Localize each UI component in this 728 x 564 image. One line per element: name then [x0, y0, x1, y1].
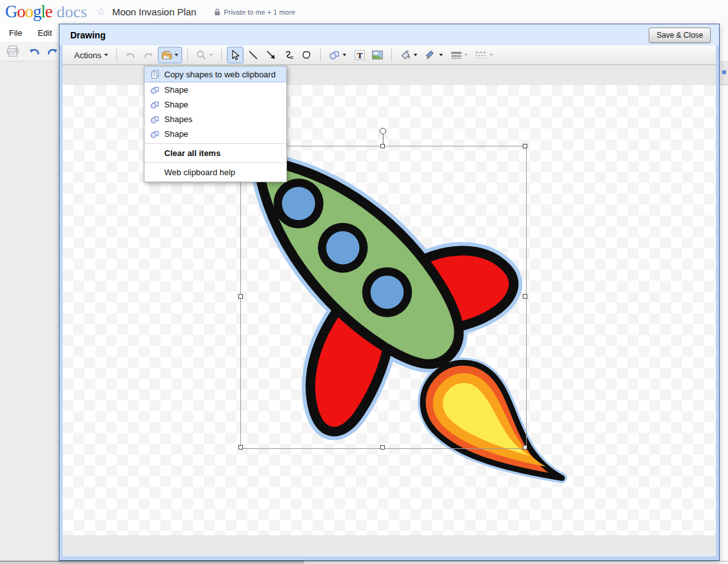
menu-separator	[144, 162, 286, 163]
menu-item-clear-all[interactable]: Clear all items	[144, 146, 286, 161]
menu-item-copy-shapes[interactable]: Copy shapes to web clipboard	[144, 67, 286, 82]
menu-item-label: Copy shapes to web clipboard	[164, 70, 275, 79]
logo-letter: o	[17, 2, 26, 22]
toolbar-separator	[320, 49, 321, 61]
chevron-down-icon	[439, 54, 443, 56]
drawing-toolbar: Actions	[63, 45, 716, 65]
copy-icon	[150, 70, 160, 79]
chevron-down-icon	[174, 54, 178, 56]
line-color-button[interactable]	[422, 47, 447, 63]
polyline-tool-button[interactable]	[298, 47, 315, 63]
document-header: Google docs ☆ Moon Invasion Plan Private…	[0, 0, 728, 24]
web-clipboard-button[interactable]	[158, 47, 182, 63]
shape-tool-button[interactable]	[326, 47, 350, 63]
menu-item-label: Shape	[164, 85, 189, 95]
menu-edit[interactable]: Edit	[38, 28, 52, 38]
redo-button	[140, 47, 157, 63]
curve-tool-button[interactable]	[281, 47, 297, 63]
chevron-down-icon	[343, 54, 346, 56]
chevron-down-icon	[464, 54, 468, 56]
shape-icon	[150, 130, 160, 139]
privacy-label[interactable]: Private to me + 1 more	[224, 8, 295, 16]
web-clipboard-icon	[162, 50, 172, 60]
google-logo: Google	[5, 2, 52, 22]
logo-letter: g	[33, 2, 42, 22]
page-background-left	[0, 61, 59, 561]
selection-handle-sw[interactable]	[238, 445, 243, 450]
chevron-down-icon	[414, 54, 417, 56]
menu-separator	[144, 143, 286, 144]
undo-button	[122, 47, 139, 63]
menu-item-shape-3[interactable]: Shape	[144, 127, 286, 141]
svg-text:T: T	[357, 51, 362, 60]
star-icon[interactable]: ☆	[96, 5, 105, 19]
line-width-button	[448, 47, 471, 63]
undo-icon[interactable]	[28, 46, 41, 56]
menu-file[interactable]: File	[9, 28, 22, 38]
print-icon[interactable]	[6, 45, 19, 57]
fill-color-button[interactable]	[397, 47, 421, 63]
line-tool-button[interactable]	[245, 47, 261, 63]
actions-menu-button[interactable]: Actions	[70, 47, 112, 63]
rotation-handle[interactable]	[380, 128, 386, 134]
menu-item-shapes[interactable]: Shapes	[144, 112, 286, 127]
selection-handle-ne[interactable]	[523, 144, 527, 148]
page-background-bottom-right	[304, 561, 728, 564]
curve-icon	[284, 50, 294, 60]
screen: { "page": { "logo": { "letters": [ {"ch"…	[0, 0, 728, 564]
page-background-bottom-left	[0, 561, 304, 564]
menu-item-help[interactable]: Web clipboard help	[144, 165, 286, 180]
selection-handle-n[interactable]	[380, 144, 385, 148]
chevron-down-icon	[104, 54, 108, 56]
toolbar-separator	[391, 49, 392, 61]
line-icon	[248, 50, 258, 60]
dialog-title: Drawing	[70, 30, 649, 40]
zoom-icon	[196, 50, 206, 60]
scroll-region[interactable]	[720, 61, 728, 85]
logo-letter: e	[45, 2, 52, 22]
selection-handle-se[interactable]	[523, 445, 527, 450]
shape-icon	[150, 86, 160, 95]
select-tool-button[interactable]	[227, 47, 244, 63]
fill-color-icon	[400, 50, 411, 60]
toolbar-separator	[116, 49, 117, 61]
logo-letter: G	[5, 2, 17, 22]
actions-label: Actions	[74, 51, 102, 60]
web-clipboard-menu: Copy shapes to web clipboard Shape Shape…	[144, 66, 287, 182]
line-width-icon	[451, 51, 461, 59]
page-background-right	[720, 0, 728, 564]
toolbar-separator	[221, 49, 222, 61]
chevron-down-icon	[209, 54, 213, 56]
menu-item-shape-1[interactable]: Shape	[144, 82, 286, 97]
line-color-icon	[426, 50, 437, 60]
shape-icon	[150, 115, 160, 124]
redo-icon[interactable]	[46, 46, 59, 56]
scroll-glyph-icon	[722, 70, 726, 74]
chevron-down-icon	[490, 54, 493, 56]
dialog-titlebar: Drawing Save & Close	[59, 24, 719, 45]
zoom-button	[193, 47, 216, 63]
selection-bounding-box[interactable]	[240, 146, 527, 449]
save-close-button[interactable]: Save & Close	[649, 27, 711, 43]
dash-style-icon	[476, 51, 487, 59]
textbox-tool-button[interactable]: T	[352, 47, 368, 63]
menu-item-label: Shapes	[164, 114, 192, 124]
menu-item-label: Clear all items	[164, 148, 221, 158]
selection-handle-e[interactable]	[523, 294, 527, 299]
selection-handle-w[interactable]	[238, 294, 243, 299]
selection-handle-s[interactable]	[380, 445, 385, 450]
menu-item-label: Web clipboard help	[164, 168, 235, 177]
document-title[interactable]: Moon Invasion Plan	[112, 6, 196, 17]
dash-style-button	[472, 47, 497, 63]
lock-icon	[214, 8, 221, 16]
image-icon	[372, 51, 383, 59]
arrow-tool-button[interactable]	[263, 47, 279, 63]
logo-letter: o	[25, 2, 33, 22]
menu-item-shape-2[interactable]: Shape	[144, 97, 286, 112]
select-icon	[230, 50, 240, 61]
shape-icon	[329, 50, 340, 60]
shape-icon	[150, 100, 160, 109]
image-tool-button[interactable]	[369, 47, 386, 63]
menu-item-label: Shape	[164, 129, 189, 139]
polyline-icon	[301, 50, 312, 60]
